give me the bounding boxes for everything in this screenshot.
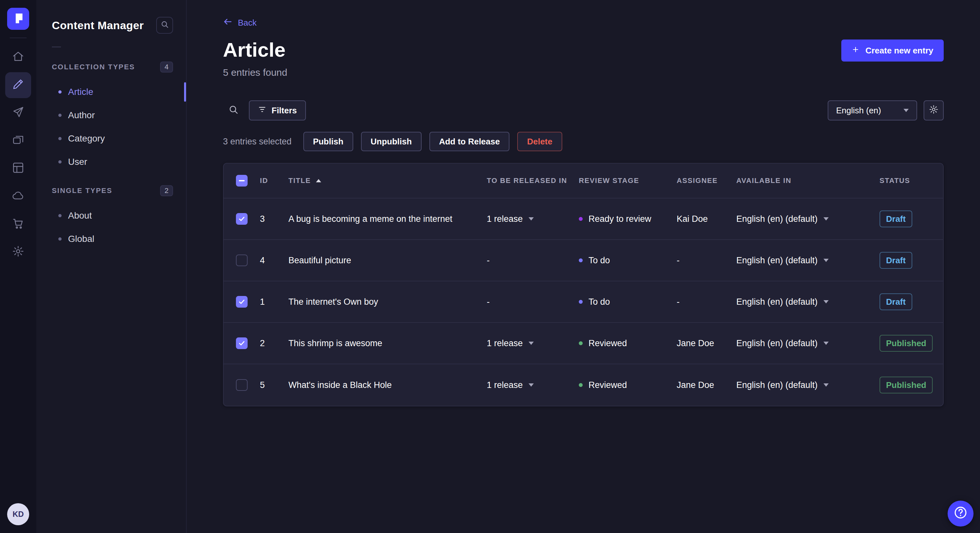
user-avatar[interactable]: KD (7, 503, 29, 525)
cell-id: 2 (260, 338, 288, 348)
cell-review-stage: To do (579, 297, 677, 307)
column-header-status[interactable]: STATUS (880, 176, 943, 185)
pen-icon (12, 78, 24, 93)
unpublish-button[interactable]: Unpublish (361, 132, 422, 151)
cell-assignee: Jane Doe (677, 338, 736, 348)
cell-available-in[interactable]: English (en) (default) (736, 214, 880, 224)
cell-review-stage: To do (579, 255, 677, 265)
sidebar-item-label: Category (68, 133, 105, 144)
cell-available-in[interactable]: English (en) (default) (736, 338, 880, 348)
row-checkbox[interactable] (236, 254, 248, 266)
cell-status: Published (880, 335, 943, 352)
selection-summary: 3 entries selected (223, 136, 292, 147)
stage-dot-icon (579, 259, 583, 262)
locale-select[interactable]: English (en) (828, 100, 917, 121)
search-button[interactable] (223, 100, 244, 121)
column-header-review-stage[interactable]: REVIEW STAGE (579, 176, 677, 185)
cell-id: 4 (260, 255, 288, 265)
rail-item-media[interactable] (5, 128, 31, 154)
sidebar-item-author[interactable]: Author (36, 104, 186, 127)
cart-icon (12, 217, 24, 232)
row-checkbox[interactable] (236, 379, 248, 391)
row-checkbox[interactable] (236, 213, 248, 225)
publish-button[interactable]: Publish (303, 132, 353, 151)
cell-release[interactable]: 1 release (487, 214, 579, 224)
table-row[interactable]: 2This shrimp is awesome1 releaseReviewed… (224, 323, 943, 364)
rail-item-cloud[interactable] (5, 184, 31, 209)
sidebar-item-label: Global (68, 234, 94, 244)
rail-item-pen[interactable] (5, 72, 31, 98)
table-row[interactable]: 4Beautiful picture-To do-English (en) (d… (224, 240, 943, 281)
rail-item-home[interactable] (5, 44, 31, 70)
rail-item-layout[interactable] (5, 156, 31, 182)
view-settings-button[interactable] (924, 100, 944, 121)
cloud-icon (12, 189, 24, 204)
sidebar-item-user[interactable]: User (36, 150, 186, 174)
section-count-badge: 2 (160, 185, 173, 196)
table-row[interactable]: 5What's inside a Black Hole1 releaseRevi… (224, 364, 943, 406)
strapi-logo[interactable] (7, 8, 29, 30)
selection-actions: PublishUnpublishAdd to ReleaseDelete (303, 132, 562, 151)
sidebar-item-label: Article (68, 87, 93, 97)
rail-items (5, 43, 31, 266)
column-header-available-in[interactable]: AVAILABLE IN (736, 176, 880, 185)
section-label: SINGLE TYPES (52, 187, 113, 195)
filters-button[interactable]: Filters (249, 100, 306, 121)
help-button[interactable] (948, 501, 974, 527)
column-header-id[interactable]: ID (260, 176, 288, 185)
back-link[interactable]: Back (223, 17, 257, 29)
section-header-collection-types[interactable]: COLLECTION TYPES4 (36, 62, 186, 73)
filter-icon (258, 105, 266, 116)
rail-item-gear[interactable] (5, 239, 31, 265)
cell-release[interactable]: 1 release (487, 338, 579, 348)
cell-id: 5 (260, 380, 288, 390)
media-icon (12, 134, 24, 148)
sidebar-search-button[interactable] (156, 17, 173, 34)
rail-item-cart[interactable] (5, 211, 31, 237)
cell-title: A bug is becoming a meme on the internet (288, 214, 487, 224)
sidebar-item-article[interactable]: Article (36, 80, 186, 104)
sidebar-item-about[interactable]: About (36, 204, 186, 227)
cell-available-in[interactable]: English (en) (default) (736, 297, 880, 307)
bullet-icon (58, 214, 62, 217)
add-to-release-button[interactable]: Add to Release (430, 132, 510, 151)
chevron-down-icon (824, 259, 829, 262)
cell-release[interactable]: 1 release (487, 380, 579, 390)
sort-asc-icon (316, 179, 321, 182)
bullet-icon (58, 137, 62, 140)
stage-dot-icon (579, 300, 583, 304)
cell-status: Draft (880, 211, 943, 227)
cell-title: The internet's Own boy (288, 297, 487, 307)
cell-available-in[interactable]: English (en) (default) (736, 380, 880, 390)
sidebar-item-label: Author (68, 110, 95, 121)
rail-item-paper-plane[interactable] (5, 100, 31, 126)
column-header-assignee[interactable]: ASSIGNEE (677, 176, 736, 185)
cell-review-stage: Reviewed (579, 338, 677, 348)
column-header-to-be-released-in[interactable]: TO BE RELEASED IN (487, 176, 579, 185)
cell-id: 1 (260, 297, 288, 307)
cell-title: What's inside a Black Hole (288, 380, 487, 390)
bullet-icon (58, 160, 62, 163)
row-checkbox[interactable] (236, 338, 248, 349)
cell-assignee: - (677, 297, 736, 307)
column-header-title[interactable]: TITLE (288, 176, 487, 185)
create-new-entry-button[interactable]: Create new entry (841, 40, 944, 62)
indeterminate-icon (239, 180, 245, 181)
rail-divider (10, 38, 27, 38)
delete-button[interactable]: Delete (517, 132, 562, 151)
section-header-single-types[interactable]: SINGLE TYPES2 (36, 185, 186, 196)
cell-available-in[interactable]: English (en) (default) (736, 255, 880, 265)
cell-review-stage: Ready to review (579, 214, 677, 224)
sidebar-item-global[interactable]: Global (36, 227, 186, 251)
home-icon (12, 50, 24, 65)
sidebar-item-category[interactable]: Category (36, 127, 186, 150)
table-row[interactable]: 3A bug is becoming a meme on the interne… (224, 198, 943, 240)
app-window: KD Content Manager COLLECTION TYPES4Arti… (0, 0, 980, 533)
page-title: Article (223, 38, 287, 61)
table-row[interactable]: 1The internet's Own boy-To do-English (e… (224, 281, 943, 323)
stage-dot-icon (579, 217, 583, 221)
row-checkbox[interactable] (236, 296, 248, 308)
gear-icon (929, 105, 939, 117)
select-all-checkbox[interactable] (236, 175, 248, 187)
cell-release: - (487, 255, 579, 265)
